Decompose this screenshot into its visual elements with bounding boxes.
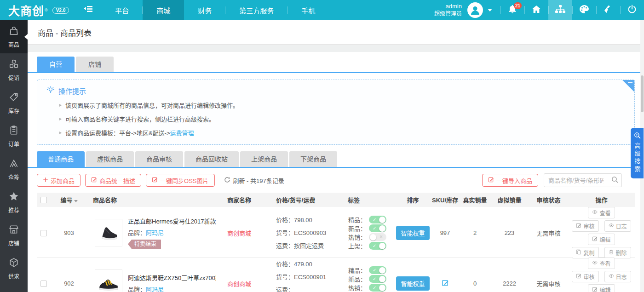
tab-normal-goods[interactable]: 普通商品 (37, 151, 85, 167)
row-checkbox[interactable] (40, 230, 47, 236)
page-title: 商品 - 商品列表 (38, 27, 92, 38)
menu-item-mobile[interactable]: 手机 (288, 0, 329, 20)
delete-button[interactable]: 删除 (604, 247, 631, 258)
tips-collapse-button[interactable] (622, 80, 634, 92)
sidebar-item-recommend[interactable]: 推荐 (0, 186, 28, 219)
tab-self-operated[interactable]: 自营 (37, 57, 75, 72)
menu-item-finance[interactable]: 财务 (184, 0, 225, 20)
toggle-hot[interactable] (369, 284, 386, 292)
edit-icon (152, 177, 158, 184)
toggle-best[interactable] (369, 266, 386, 274)
sidebar-item-orders[interactable]: 订单 (0, 120, 28, 153)
product-name[interactable]: 正品直邮Hermes爱马仕2017新款男鞋 时... (128, 217, 216, 225)
real-sales: 2 (460, 229, 490, 236)
brand-link[interactable]: 阿玛尼 (146, 286, 164, 292)
notifications-button[interactable]: 21 (500, 0, 524, 20)
add-goods-button[interactable]: 添加商品 (37, 174, 80, 187)
log-button[interactable]: 日志 (604, 220, 631, 232)
tab-off-shelf[interactable]: 下架商品 (289, 151, 337, 167)
audit-button[interactable]: 审核 (572, 220, 598, 232)
select-all-checkbox[interactable] (40, 197, 47, 203)
theme-button[interactable] (572, 0, 596, 20)
product-image[interactable] (95, 219, 122, 246)
shipping-value: 按固定运费 (294, 242, 324, 249)
bullet-icon (59, 118, 62, 120)
col-virtual-sales: 虚拟销量 (490, 195, 529, 204)
sidebar-item-inventory[interactable]: 库存 (0, 86, 28, 120)
goods-id: 902 (51, 280, 87, 287)
sitemap-button[interactable] (548, 0, 572, 20)
logout-button[interactable] (620, 0, 644, 20)
record-count: 刷新 - 共197条记录 (233, 176, 284, 185)
sort-caret-icon (74, 200, 78, 202)
sidebar-item-supply[interactable]: 供求 (0, 252, 28, 285)
sitemap-icon (555, 5, 566, 16)
sidebar-item-goods[interactable]: 商品 (0, 20, 28, 53)
app-logo[interactable]: 大商创 ® V2.0 (0, 0, 75, 20)
edit-button[interactable]: 编辑 (588, 284, 615, 292)
refresh-control[interactable]: 刷新 - 共197条记录 (224, 176, 284, 185)
tag-icon (9, 92, 19, 104)
tab-store[interactable]: 店铺 (76, 57, 114, 72)
advanced-search-button[interactable]: 高级搜索 (631, 128, 644, 178)
main-content: 商品 - 商品列表 自营 店铺 操作提示 该页面展示了商城所有的商品信息，可对商… (28, 20, 644, 292)
tips-title: 操作提示 (58, 86, 86, 96)
bullet-icon (59, 104, 62, 107)
search-button[interactable] (608, 174, 621, 187)
audit-button[interactable]: 审核 (572, 271, 598, 282)
tab-virtual-goods[interactable]: 虚拟商品 (86, 151, 134, 167)
avatar[interactable] (467, 2, 483, 18)
sidebar-collapse-button[interactable] (75, 0, 101, 20)
product-name[interactable]: 阿迪达斯男鞋ZX750三叶草zx700跑步鞋... (128, 273, 216, 282)
view-button[interactable]: 查看 (588, 258, 615, 269)
notification-count-badge: 21 (514, 2, 522, 9)
home-button[interactable] (524, 0, 548, 20)
menu-item-mall[interactable]: 商城 (143, 0, 184, 20)
toggle-new[interactable] (369, 275, 386, 283)
user-dropdown-caret[interactable] (488, 9, 492, 11)
menu-item-thirdparty[interactable]: 第三方服务 (225, 0, 288, 20)
import-goods-button[interactable]: 一键导入商品 (482, 174, 538, 187)
breadcrumb: 商品 - 商品列表 (28, 20, 644, 45)
oss-sync-button[interactable]: 一键同步OSS图片 (146, 174, 214, 187)
toggle-hot[interactable] (369, 233, 386, 241)
eye-icon (609, 273, 614, 280)
sidebar-item-stores[interactable]: 店铺 (0, 219, 28, 252)
toggle-new[interactable] (369, 224, 386, 232)
cube-icon (9, 258, 19, 269)
sidebar-item-crowdfunding[interactable]: 众筹 (0, 153, 28, 186)
view-button[interactable]: 查看 (588, 207, 615, 218)
toggle-onsale[interactable] (369, 242, 386, 250)
table-row: 902 阿迪达斯男鞋ZX750三叶草zx700跑步鞋... 品牌：阿玛尼 商创商… (37, 258, 635, 292)
toggle-best[interactable] (369, 216, 386, 223)
copy-icon (576, 249, 581, 256)
merchant-name[interactable]: 商创商城 (216, 229, 262, 237)
log-button[interactable]: 日志 (604, 271, 631, 282)
tab-goods-audit[interactable]: 商品审核 (135, 151, 183, 167)
copy-button[interactable]: 复制 (572, 247, 598, 258)
merchant-name[interactable]: 商创商城 (216, 279, 262, 288)
virtual-sales: 223 (490, 229, 529, 236)
smart-weight-button[interactable]: 智能权重 (396, 276, 429, 291)
sidebar-item-promotion[interactable]: 促销 (0, 53, 28, 86)
edit-icon (576, 273, 581, 280)
sku-edit-icon[interactable] (442, 281, 449, 288)
table-row: 903 正品直邮Hermes爱马仕2017新款男鞋 时... 品牌：阿玛尼 特卖… (37, 207, 635, 258)
col-id[interactable]: 编号 (51, 195, 87, 204)
tab-recycle-bin[interactable]: 商品回收站 (184, 151, 239, 167)
scrollbar-thumb[interactable] (641, 75, 644, 112)
brand-link[interactable]: 阿玛尼 (146, 229, 164, 236)
tips-line: 设置商品运费模板：平台->地区&配送-> 运费管理 (59, 128, 616, 137)
row-checkbox[interactable] (40, 281, 47, 287)
smart-weight-button[interactable]: 智能权重 (396, 226, 429, 240)
batch-description-button[interactable]: 商品统一描述 (85, 174, 141, 187)
clear-cache-button[interactable] (596, 0, 620, 20)
shipping-manage-link[interactable]: 运费管理 (170, 128, 194, 137)
search-input[interactable] (544, 177, 608, 184)
menu-item-platform[interactable]: 平台 (101, 0, 143, 20)
edit-button[interactable]: 编辑 (588, 234, 615, 245)
minus-icon (628, 82, 632, 83)
brush-icon (604, 5, 613, 16)
tab-on-shelf[interactable]: 上架商品 (240, 151, 288, 167)
product-image[interactable] (95, 269, 122, 292)
